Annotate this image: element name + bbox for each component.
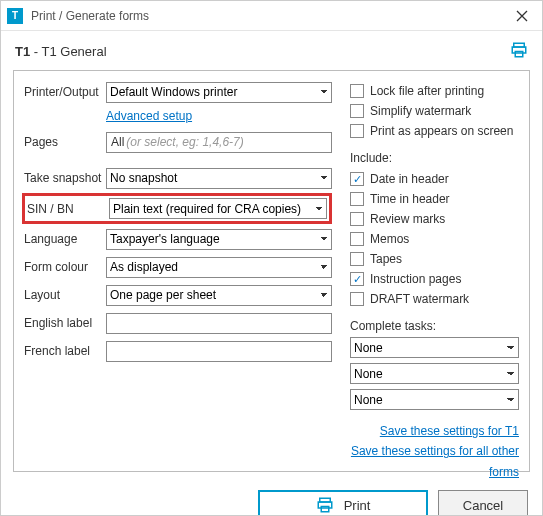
app-icon: T [7, 8, 23, 24]
top-option-2-label: Print as appears on screen [370, 124, 513, 138]
save-settings-t1-link[interactable]: Save these settings for T1 [380, 424, 519, 438]
include-option-1-label: Time in header [370, 192, 450, 206]
french-label-input[interactable] [106, 341, 332, 362]
left-column: Printer/Output Default Windows printer A… [24, 81, 332, 482]
label-english: English label [24, 316, 106, 330]
include-option-2-label: Review marks [370, 212, 445, 226]
include-option-3-row: Memos [350, 229, 519, 249]
include-option-4-row: Tapes [350, 249, 519, 269]
include-option-0-label: Date in header [370, 172, 449, 186]
include-option-5-row: ✓Instruction pages [350, 269, 519, 289]
pages-input[interactable]: All (or select, eg: 1,4,6-7) [106, 132, 332, 153]
label-form-colour: Form colour [24, 260, 106, 274]
subheader: T1 - T1 General [1, 31, 542, 70]
include-option-5-label: Instruction pages [370, 272, 461, 286]
snapshot-select[interactable]: No snapshot [106, 168, 332, 189]
include-option-2-checkbox[interactable] [350, 212, 364, 226]
top-option-1-label: Simplify watermark [370, 104, 471, 118]
form-colour-select[interactable]: As displayed [106, 257, 332, 278]
include-option-1-row: Time in header [350, 189, 519, 209]
window-title: Print / Generate forms [31, 9, 508, 23]
right-column: Lock file after printingSimplify waterma… [350, 81, 519, 482]
language-select[interactable]: Taxpayer's language [106, 229, 332, 250]
include-option-4-label: Tapes [370, 252, 402, 266]
top-option-1-checkbox[interactable] [350, 104, 364, 118]
top-option-2-checkbox[interactable] [350, 124, 364, 138]
english-label-input[interactable] [106, 313, 332, 334]
label-pages: Pages [24, 135, 106, 149]
include-option-2-row: Review marks [350, 209, 519, 229]
complete-task-select-0[interactable]: None [350, 337, 519, 358]
include-option-6-row: DRAFT watermark [350, 289, 519, 309]
sin-bn-row-highlight: SIN / BN Plain text (required for CRA co… [22, 193, 332, 224]
label-printer-output: Printer/Output [24, 85, 106, 99]
settings-panel: Printer/Output Default Windows printer A… [13, 70, 530, 472]
close-icon[interactable] [508, 4, 536, 28]
footer: Print Cancel [1, 480, 542, 516]
complete-task-select-2[interactable]: None [350, 389, 519, 410]
include-option-6-checkbox[interactable] [350, 292, 364, 306]
include-option-6-label: DRAFT watermark [370, 292, 469, 306]
include-heading: Include: [350, 151, 519, 165]
print-button[interactable]: Print [258, 490, 428, 516]
top-option-1-row: Simplify watermark [350, 101, 519, 121]
top-option-0-checkbox[interactable] [350, 84, 364, 98]
complete-tasks-heading: Complete tasks: [350, 319, 519, 333]
printer-icon[interactable] [510, 41, 528, 62]
include-option-4-checkbox[interactable] [350, 252, 364, 266]
sin-bn-select[interactable]: Plain text (required for CRA copies) [109, 198, 327, 219]
label-snapshot: Take snapshot [24, 171, 106, 185]
layout-select[interactable]: One page per sheet [106, 285, 332, 306]
label-french: French label [24, 344, 106, 358]
include-option-5-checkbox[interactable]: ✓ [350, 272, 364, 286]
include-option-0-checkbox[interactable]: ✓ [350, 172, 364, 186]
printer-output-select[interactable]: Default Windows printer [106, 82, 332, 103]
cancel-button[interactable]: Cancel [438, 490, 528, 516]
top-option-2-row: Print as appears on screen [350, 121, 519, 141]
label-layout: Layout [24, 288, 106, 302]
page-title: T1 - T1 General [15, 44, 107, 59]
include-option-1-checkbox[interactable] [350, 192, 364, 206]
save-settings-all-link[interactable]: Save these settings for all other forms [351, 444, 519, 478]
advanced-setup-link[interactable]: Advanced setup [106, 109, 192, 123]
top-option-0-label: Lock file after printing [370, 84, 484, 98]
include-option-3-label: Memos [370, 232, 409, 246]
titlebar: T Print / Generate forms [1, 1, 542, 31]
label-language: Language [24, 232, 106, 246]
printer-icon [316, 496, 334, 514]
top-option-0-row: Lock file after printing [350, 81, 519, 101]
label-sin-bn: SIN / BN [27, 202, 109, 216]
include-option-0-row: ✓Date in header [350, 169, 519, 189]
complete-task-select-1[interactable]: None [350, 363, 519, 384]
include-option-3-checkbox[interactable] [350, 232, 364, 246]
